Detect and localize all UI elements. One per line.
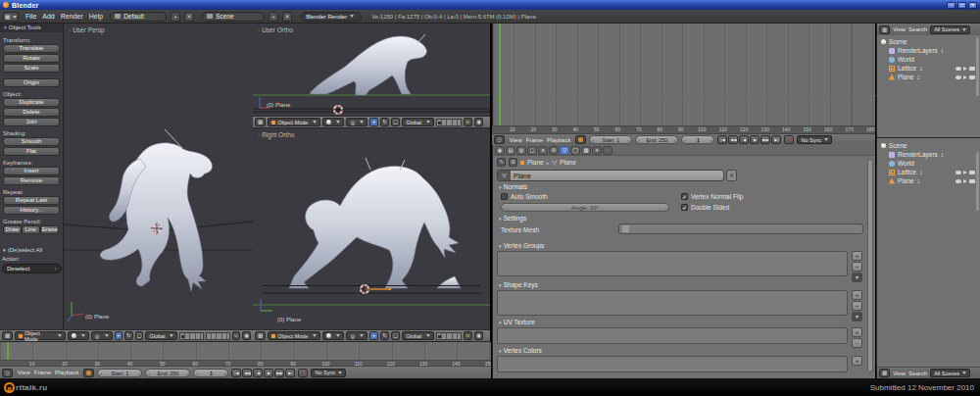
outliner-row[interactable]: Plane 1 — [877, 176, 980, 185]
tab-physics[interactable]: ◌ — [603, 146, 612, 155]
screen-layout-selector[interactable]: Default — [110, 12, 167, 22]
translate-manipulator-button[interactable]: + — [369, 118, 378, 126]
outliner-view-menu[interactable]: View — [893, 26, 906, 32]
visibility-eye-icon[interactable] — [956, 67, 961, 71]
outliner-row[interactable]: World — [877, 159, 980, 168]
vertex-colors-list[interactable] — [497, 356, 848, 372]
render-opengl-button[interactable]: ◉ — [242, 331, 251, 340]
rotate-manipulator-button[interactable]: ↻ — [380, 118, 389, 126]
rotate-manipulator-button[interactable]: ↻ — [124, 331, 133, 340]
play-button[interactable]: ▶ — [750, 135, 760, 144]
tab-world[interactable]: ◍ — [516, 146, 526, 155]
uv-texture-list[interactable] — [497, 327, 848, 344]
render-engine-selector[interactable]: Blender Render — [301, 12, 362, 22]
outliner-view-menu[interactable]: View — [893, 371, 906, 376]
record-button[interactable]: ● — [298, 369, 308, 377]
scale-manipulator-button[interactable]: ▢ — [135, 331, 144, 340]
timeline-menu-item[interactable]: Playback — [53, 370, 80, 375]
panel-header-vertex-groups[interactable]: Vertex Groups — [493, 241, 875, 251]
tab-scene[interactable]: ▤ — [506, 146, 515, 155]
timeline-track-area[interactable] — [0, 342, 491, 360]
viewport-user-ortho[interactable]: User Ortho (0) Plane — [253, 24, 490, 116]
action-dropdown[interactable]: Deselect — [2, 264, 62, 273]
editor-type-icon[interactable]: ◷ — [494, 135, 505, 144]
remove-scene-button[interactable]: ✕ — [282, 12, 292, 22]
timeline-menu-item[interactable]: Frame — [524, 137, 545, 143]
outliner-search-menu[interactable]: Search — [908, 26, 927, 32]
outliner-row[interactable]: Scene — [877, 37, 980, 46]
orientation-dropdown[interactable]: Global — [145, 331, 177, 340]
orientation-dropdown[interactable]: Global — [402, 118, 434, 126]
mode-dropdown[interactable]: Object Mode — [268, 331, 320, 340]
layers-widget[interactable] — [436, 119, 462, 126]
renderability-camera-icon[interactable] — [969, 179, 975, 183]
scale-manipulator-button[interactable]: ▢ — [391, 331, 400, 340]
render-opengl-button[interactable]: ◉ — [474, 118, 483, 126]
tab-modifiers[interactable]: ⚙ — [549, 146, 559, 155]
menu-item[interactable]: File — [23, 13, 39, 20]
panel-header-uv-texture[interactable]: UV Texture — [493, 318, 875, 327]
start-frame-field[interactable]: Start: 1 — [589, 135, 632, 144]
line-button[interactable]: Line — [22, 225, 40, 234]
snap-magnet-button[interactable]: ∪ — [464, 118, 472, 126]
renderability-camera-icon[interactable] — [969, 67, 975, 71]
minimize-button[interactable]: − — [947, 2, 956, 9]
next-keyframe-button[interactable]: ▶▶ — [274, 369, 284, 377]
layers-widget[interactable] — [179, 332, 204, 340]
breadcrumb-object[interactable]: Plane — [527, 159, 544, 166]
remove-vertex-group-button[interactable]: − — [852, 262, 862, 272]
outliner-row[interactable]: RenderLayers 1 — [877, 46, 980, 55]
add-shape-key-button[interactable]: + — [852, 290, 862, 300]
outliner-search-menu[interactable]: Search — [908, 371, 927, 376]
menu-item[interactable]: Render — [58, 13, 86, 20]
renderability-camera-icon[interactable] — [969, 171, 975, 174]
remove-shape-key-button[interactable]: − — [852, 301, 862, 311]
menu-item[interactable]: Add — [39, 13, 57, 20]
snap-magnet-button[interactable]: ∪ — [464, 331, 472, 340]
editor-type-icon[interactable]: ◷ — [2, 369, 13, 377]
pivot-dropdown[interactable]: ◎ — [346, 118, 368, 126]
rotate-button[interactable]: Rotate — [3, 54, 60, 63]
erase-button[interactable]: Erase — [40, 225, 59, 234]
editor-type-icon[interactable]: ▦ — [879, 369, 890, 377]
pin-icon[interactable]: ✎ — [497, 158, 506, 167]
tab-render[interactable]: ◉ — [495, 146, 505, 155]
scale-manipulator-button[interactable]: ▢ — [391, 118, 400, 126]
timeline-menu-item[interactable]: View — [508, 137, 524, 143]
visibility-eye-icon[interactable] — [956, 75, 961, 79]
outliner-row[interactable]: World — [877, 55, 980, 64]
tab-object-data[interactable]: ▽ — [560, 146, 569, 155]
properties-scrollbar[interactable] — [867, 159, 873, 372]
preview-range-button[interactable] — [575, 135, 586, 144]
panel-header-vertex-colors[interactable]: Vertex Colors — [493, 346, 875, 356]
add-vertex-color-button[interactable]: + — [852, 356, 862, 366]
scale-button[interactable]: Scale — [3, 64, 60, 73]
sync-dropdown[interactable]: No Sync — [311, 369, 346, 377]
timeline-menu-item[interactable]: Playback — [545, 137, 572, 143]
outliner-row[interactable]: Lattice 1 — [877, 64, 980, 73]
delete-button[interactable]: Delete — [3, 108, 60, 117]
panel-header-shape-keys[interactable]: Shape Keys — [493, 280, 875, 290]
draw-button[interactable]: Draw — [3, 225, 22, 234]
history-button[interactable]: History... — [3, 206, 60, 215]
pivot-dropdown[interactable]: ◎ — [91, 331, 113, 340]
dopesheet-track-area[interactable] — [492, 24, 875, 125]
flat-button[interactable]: Flat — [3, 147, 60, 156]
auto-smooth-angle-slider[interactable]: Angle: 30° — [501, 203, 669, 212]
gear-icon[interactable]: ⚙ — [509, 158, 517, 167]
prev-keyframe-button[interactable]: ◀◀ — [242, 369, 252, 377]
next-keyframe-button[interactable]: ▶▶ — [760, 135, 770, 144]
double-sided-checkbox[interactable]: ✓ — [681, 204, 688, 211]
shading-dropdown[interactable] — [322, 331, 344, 340]
layers-widget[interactable] — [436, 332, 462, 340]
outliner-scrollbar[interactable] — [976, 152, 979, 211]
pivot-dropdown[interactable]: ◎ — [346, 331, 368, 340]
outliner-row[interactable]: Plane 1 — [877, 73, 980, 81]
jump-to-start-button[interactable]: |◀ — [231, 369, 241, 377]
play-button[interactable]: ▶ — [264, 369, 273, 377]
playhead[interactable] — [499, 24, 501, 125]
vertex-normal-flip-checkbox[interactable]: ✓ — [681, 193, 688, 200]
menu-item[interactable]: Help — [86, 13, 106, 20]
close-button[interactable]: ✕ — [968, 2, 977, 9]
shading-dropdown[interactable] — [68, 331, 89, 340]
